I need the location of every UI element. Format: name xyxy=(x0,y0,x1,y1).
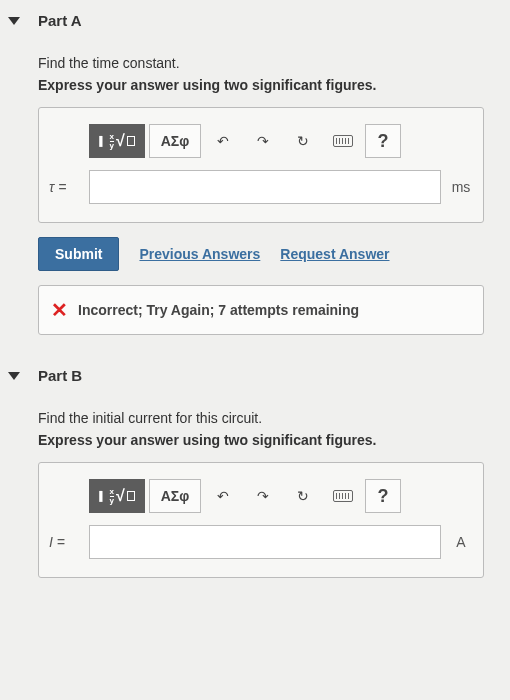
part-b-instruct: Express your answer using two significan… xyxy=(38,432,484,448)
part-a-var-label: τ = xyxy=(49,179,89,195)
part-a-tools: ▌ xy √ ΑΣφ ↶ ↷ ↻ ? xyxy=(49,124,473,158)
part-a-input-row: τ = ms xyxy=(49,170,473,204)
part-a-title: Part A xyxy=(38,12,82,29)
submit-button[interactable]: Submit xyxy=(38,237,119,271)
caret-down-icon xyxy=(8,372,20,380)
greek-symbols-button[interactable]: ΑΣφ xyxy=(149,479,201,513)
part-b-input-row: I = A xyxy=(49,525,473,559)
reset-icon: ↻ xyxy=(297,488,309,504)
part-a-unit: ms xyxy=(441,179,473,195)
reset-icon: ↻ xyxy=(297,133,309,149)
undo-icon: ↶ xyxy=(217,488,229,504)
greek-symbols-button[interactable]: ΑΣφ xyxy=(149,124,201,158)
redo-button[interactable]: ↷ xyxy=(245,124,281,158)
part-a-answer-block: ▌ xy √ ΑΣφ ↶ ↷ ↻ ? τ = ms xyxy=(38,107,484,223)
feedback-box: ✕ Incorrect; Try Again; 7 attempts remai… xyxy=(38,285,484,335)
part-b-answer-block: ▌ xy √ ΑΣφ ↶ ↷ ↻ ? I = A xyxy=(38,462,484,578)
redo-icon: ↷ xyxy=(257,488,269,504)
part-b-unit: A xyxy=(441,534,473,550)
math-templates-button[interactable]: ▌ xy √ xyxy=(89,124,145,158)
math-templates-button[interactable]: ▌ xy √ xyxy=(89,479,145,513)
part-a-header[interactable]: Part A xyxy=(0,0,510,41)
part-a-body: Find the time constant. Express your ans… xyxy=(0,55,510,335)
keyboard-icon xyxy=(333,135,353,147)
part-a-actions: Submit Previous Answers Request Answer xyxy=(38,237,484,271)
math-icon: ▌ xy √ xyxy=(99,132,135,150)
math-icon: ▌ xy √ xyxy=(99,487,135,505)
incorrect-icon: ✕ xyxy=(51,298,68,322)
reset-button[interactable]: ↻ xyxy=(285,479,321,513)
part-a-prompt: Find the time constant. xyxy=(38,55,484,71)
request-answer-link[interactable]: Request Answer xyxy=(280,246,389,262)
help-button[interactable]: ? xyxy=(365,479,401,513)
part-b-header[interactable]: Part B xyxy=(0,355,510,396)
part-b-body: Find the initial current for this circui… xyxy=(0,410,510,578)
part-a-instruct: Express your answer using two significan… xyxy=(38,77,484,93)
redo-button[interactable]: ↷ xyxy=(245,479,281,513)
previous-answers-link[interactable]: Previous Answers xyxy=(139,246,260,262)
part-b-var-label: I = xyxy=(49,534,89,550)
keyboard-button[interactable] xyxy=(325,479,361,513)
undo-icon: ↶ xyxy=(217,133,229,149)
part-b-answer-input[interactable] xyxy=(89,525,441,559)
feedback-message: Incorrect; Try Again; 7 attempts remaini… xyxy=(78,302,359,318)
undo-button[interactable]: ↶ xyxy=(205,124,241,158)
part-a-answer-input[interactable] xyxy=(89,170,441,204)
help-button[interactable]: ? xyxy=(365,124,401,158)
undo-button[interactable]: ↶ xyxy=(205,479,241,513)
part-b-tools: ▌ xy √ ΑΣφ ↶ ↷ ↻ ? xyxy=(49,479,473,513)
keyboard-icon xyxy=(333,490,353,502)
part-b-title: Part B xyxy=(38,367,82,384)
redo-icon: ↷ xyxy=(257,133,269,149)
part-b-prompt: Find the initial current for this circui… xyxy=(38,410,484,426)
keyboard-button[interactable] xyxy=(325,124,361,158)
caret-down-icon xyxy=(8,17,20,25)
reset-button[interactable]: ↻ xyxy=(285,124,321,158)
